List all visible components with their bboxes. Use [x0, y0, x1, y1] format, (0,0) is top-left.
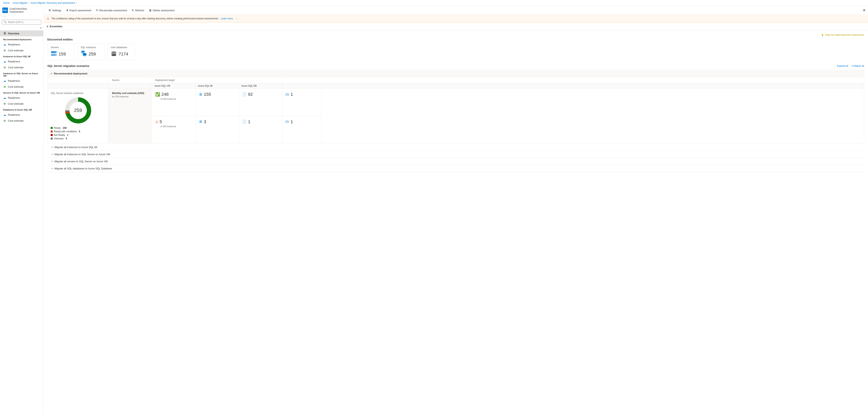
recalculate-button[interactable]: ↻ Recalculate assessment — [94, 8, 129, 13]
breadcrumb-azure-migrate[interactable]: Azure Migrate — [12, 2, 27, 4]
refresh-button[interactable]: ↻ Refresh — [130, 8, 146, 13]
source-row2[interactable]: ⚠ 5 of 259 instances — [152, 116, 195, 143]
deployment-header[interactable]: ∨ Recommended deployment — [48, 70, 864, 77]
deployment-title: Recommended deployment — [54, 72, 87, 75]
discovered-entities-title: Discovered entities — [48, 38, 864, 41]
source-row1[interactable]: ✅ 248 of 259 instances — [152, 89, 195, 116]
sidebar-item-overview[interactable]: ☰ Overview — [0, 30, 43, 36]
search-box[interactable]: 🔍 — [2, 20, 41, 25]
expand-all-link[interactable]: Expand all — [837, 65, 848, 67]
breadcrumb-home[interactable]: Home — [3, 2, 9, 4]
sidebar-item-vm-cost-label: Cost estimate — [8, 85, 24, 88]
export-button[interactable]: ⬇ Export assessment — [64, 8, 93, 13]
sidebar-item-db-cost[interactable]: ⊕ Cost estimate — [0, 118, 43, 124]
sidebar-item-mi-cost[interactable]: ⊕ Cost estimate — [0, 64, 43, 70]
collapse-migrate-mi[interactable]: ∨ Migrate all instances to Azure SQL MI — [48, 144, 864, 151]
sidebar-item-vm-readiness[interactable]: ☁ Readiness — [0, 78, 43, 84]
collapse-migrate-sqlvm-label: Migrate all instances to SQL Server on A… — [55, 153, 110, 156]
content-area: 💡 Help me understand this assessment Dis… — [43, 30, 868, 175]
collapse-migrate-servers-vm[interactable]: ∨ Migrate all servers to SQL Server on A… — [48, 158, 864, 165]
settings-label: Settings — [52, 9, 61, 12]
collapse-migrate-sqlvm[interactable]: ∨ Migrate all instances to SQL Server on… — [48, 151, 864, 158]
main-content: ⚙ Settings ⬇ Export assessment ↻ Recalcu… — [43, 6, 868, 415]
search-input[interactable] — [8, 21, 39, 24]
sidebar-collapse-btn[interactable]: « — [40, 26, 42, 30]
svg-point-10 — [112, 54, 116, 56]
vm-readiness-icon: ☁ — [3, 79, 6, 82]
servers-icon — [51, 50, 57, 58]
donut-center-value: 259 — [74, 108, 82, 113]
sidebar-item-rec-cost[interactable]: ⊕ Cost estimate — [0, 48, 43, 53]
help-link[interactable]: 💡 Help me understand this assessment — [821, 34, 864, 36]
rec-readiness-icon: ☁ — [3, 43, 6, 46]
azure-sql-vm-row1[interactable]: 🖥 155 — [195, 89, 239, 116]
essentials-toggle[interactable]: ∨ Essentials — [46, 25, 865, 28]
delete-button[interactable]: 🗑 Delete assessment — [147, 8, 177, 13]
settings-button[interactable]: ⚙ Settings — [46, 8, 63, 13]
azure-sql-db-icon-1: 🗃 — [285, 92, 289, 96]
close-button[interactable]: ✕ — [863, 8, 866, 12]
sidebar-item-vm-cost[interactable]: ⊕ Cost estimate — [0, 84, 43, 90]
sidebar-item-rec-readiness-label: Readiness — [8, 43, 20, 46]
col-header-empty — [48, 77, 109, 83]
sub-header-azure-sql-db: Azure SQL DB — [239, 83, 282, 88]
azure-sql-db-row1[interactable]: 🗃 1 — [282, 89, 322, 116]
col-header-cost-empty — [282, 77, 322, 83]
sidebar-item-servers-readiness[interactable]: ☁ Readiness — [0, 95, 43, 101]
sidebar: SQL CostCheckTest Assessment ··· 🔍 « ☰ O… — [0, 6, 43, 415]
sub-header-cost — [282, 83, 322, 88]
nav-section-servers-vm: Servers to SQL Server on Azure VM — [0, 90, 43, 95]
sub-header-azure-sql-vm: Azure SQL VM — [152, 83, 195, 88]
azure-sql-db-icon-2: 🗃 — [285, 120, 289, 124]
azure-sql-vm-icon-2: 🖥 — [199, 120, 202, 124]
sidebar-more-btn[interactable]: ··· — [0, 13, 43, 18]
azure-sql-mi-row2[interactable]: 📄 1 — [239, 116, 282, 143]
sidebar-item-vm-readiness-label: Readiness — [8, 79, 20, 82]
azure-sql-vm-icon-1: 🖥 — [199, 92, 202, 96]
sub-header-azure-sql-mi: Azure SQL MI — [195, 83, 239, 88]
cost-subtitle: for 253 instances — [112, 95, 149, 98]
entity-card-servers[interactable]: Servers 159 — [48, 43, 75, 60]
sub-header-instances — [109, 83, 152, 88]
entity-card-sql-instances[interactable]: SQL instances SQL 259 — [77, 43, 105, 60]
collapse-migrate-db[interactable]: ∨ Migrate all SQL databases to Azure SQL… — [48, 165, 864, 172]
chevron-migrate-sqlvm: ∨ — [51, 153, 53, 156]
chart-panel: SQL Server instance readiness — [48, 89, 109, 143]
refresh-label: Refresh — [135, 9, 144, 12]
svg-point-2 — [56, 52, 56, 53]
rec-cost-icon: ⊕ — [3, 49, 6, 52]
chevron-migrate-mi: ∨ — [51, 146, 53, 148]
sidebar-item-mi-readiness[interactable]: ☁ Readiness — [0, 58, 43, 64]
migration-header: SQL Server migration scenarios Expand al… — [48, 64, 864, 67]
sidebar-item-rec-readiness[interactable]: ☁ Readiness — [0, 41, 43, 48]
nav-section-db: Databases to Azure SQL DB — [0, 107, 43, 112]
sidebar-item-rec-cost-label: Cost estimate — [8, 49, 24, 52]
recalculate-icon: ↻ — [96, 9, 98, 12]
ready-status-icon: ✅ — [155, 92, 160, 97]
sidebar-item-servers-cost[interactable]: ⊕ Cost estimate — [0, 101, 43, 107]
servers-label: Servers — [51, 46, 72, 49]
servers-value: 159 — [59, 52, 66, 57]
warning-status-icon: ⚠ — [155, 120, 158, 124]
legend-not-ready: Not Ready 1 — [51, 133, 105, 137]
deployment-body: Source Deployment target Azure SQL VM Az… — [48, 77, 864, 143]
essentials-section: ∨ Essentials — [43, 23, 868, 30]
azure-sql-vm-row2[interactable]: 🖥 3 — [195, 116, 239, 143]
sidebar-item-db-readiness[interactable]: ☁ Readiness — [0, 112, 43, 118]
collapse-all-link[interactable]: Collapse all — [852, 65, 864, 67]
azure-sql-db-row2[interactable]: 🗃 1 — [282, 116, 322, 143]
breadcrumb-discovery[interactable]: Azure Migrate: Discovery and assessment — [31, 2, 75, 4]
warning-link[interactable]: Learn more. — [221, 17, 234, 20]
collapse-sections: ∨ Migrate all instances to Azure SQL MI … — [48, 144, 864, 172]
svg-point-3 — [56, 55, 56, 55]
azure-sql-mi-row1[interactable]: 📄 92 — [239, 89, 282, 116]
source-sub-1: of 259 instances — [160, 98, 192, 100]
vm-cost-icon: ⊕ — [3, 85, 6, 88]
essentials-label: Essentials — [50, 25, 62, 28]
source-value-2: 5 — [160, 119, 162, 124]
azure-sql-db-value-2: 1 — [290, 119, 293, 124]
entity-card-user-databases[interactable]: User databases 7174 — [107, 43, 135, 60]
user-databases-icon — [111, 50, 117, 58]
help-label: Help me understand this assessment — [825, 34, 864, 36]
sidebar-item-overview-label: Overview — [8, 32, 19, 35]
